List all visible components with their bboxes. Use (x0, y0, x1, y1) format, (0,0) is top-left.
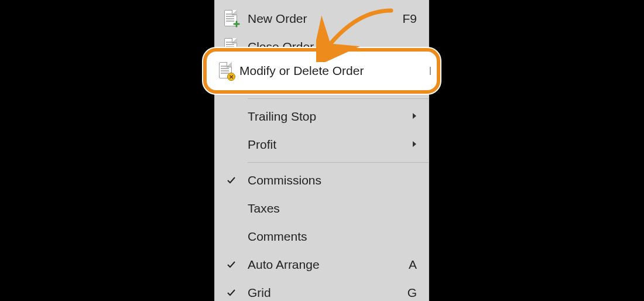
menu-item-label: Modify or Delete Order (239, 64, 432, 78)
menu-item-profit[interactable]: Profit (215, 131, 429, 159)
menu-item-trailing-stop[interactable]: Trailing Stop (215, 102, 429, 131)
menu-item-auto-arrange[interactable]: Auto Arrange A (215, 251, 429, 279)
menu-item-comments[interactable]: Comments (215, 223, 429, 251)
modify-delete-icon: ✕ (213, 62, 239, 80)
menu-item-new-order[interactable]: New Order F9 (215, 5, 429, 33)
menu-item-shortcut: G (407, 286, 417, 300)
menu-item-label: Auto Arrange (248, 258, 409, 272)
highlight-callout: ✕ Modify or Delete Order (203, 48, 440, 94)
menu-item-label: Commissions (248, 173, 417, 187)
menu-item-grid[interactable]: Grid G (215, 279, 429, 301)
new-order-icon (215, 5, 248, 33)
check-icon (215, 279, 248, 301)
submenu-arrow-icon (412, 112, 417, 121)
menu-item-label: Trailing Stop (248, 110, 412, 124)
menu-item-label: Taxes (248, 201, 417, 216)
highlight-tick (430, 67, 431, 75)
menu-item-taxes[interactable]: Taxes (215, 194, 429, 223)
submenu-arrow-icon (412, 140, 417, 149)
menu-separator (248, 162, 429, 163)
menu-separator (248, 98, 429, 99)
menu-item-label: Comments (248, 230, 417, 244)
menu-item-label: New Order (248, 12, 402, 26)
menu-item-commissions[interactable]: Commissions (215, 166, 429, 194)
menu-item-shortcut: F9 (402, 12, 417, 26)
menu-item-modify-delete[interactable]: ✕ Modify or Delete Order (207, 60, 437, 82)
menu-item-shortcut: A (409, 258, 417, 272)
menu-item-label: Profit (248, 138, 412, 152)
check-icon (215, 166, 248, 194)
context-menu: New Order F9 Close Order Trailing Stop P… (214, 0, 429, 301)
check-icon (215, 251, 248, 279)
menu-item-label: Grid (248, 286, 407, 300)
